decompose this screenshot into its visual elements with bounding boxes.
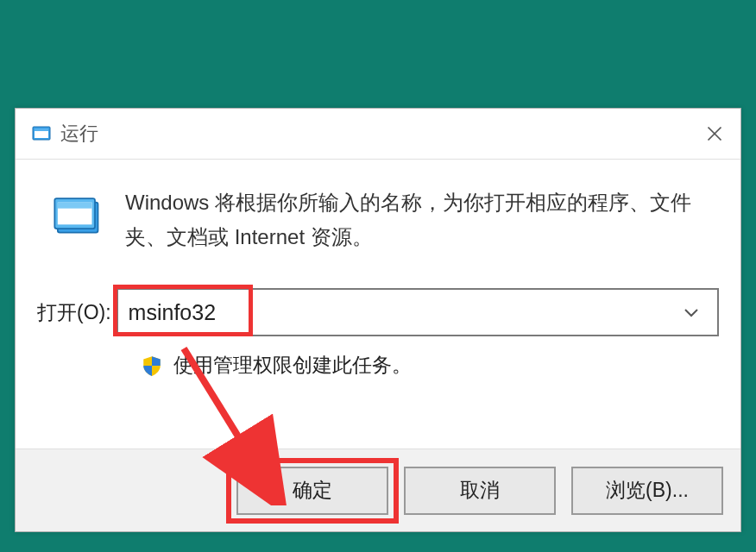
close-button[interactable]	[689, 109, 740, 159]
open-label: 打开(O):	[37, 299, 111, 326]
open-combobox[interactable]	[117, 288, 719, 336]
run-dialog: 运行 Windows 将根据你所输入的名称，为你打开相应的程序、文件夹、文档或 …	[15, 108, 741, 532]
dialog-body: Windows 将根据你所输入的名称，为你打开相应的程序、文件夹、文档或 Int…	[16, 160, 740, 379]
ok-button[interactable]: 确定	[236, 467, 388, 515]
svg-rect-2	[35, 129, 48, 131]
description-text: Windows 将根据你所输入的名称，为你打开相应的程序、文件夹、文档或 Int…	[125, 185, 719, 254]
dialog-title: 运行	[60, 121, 689, 147]
chevron-down-icon	[684, 307, 699, 317]
cancel-button[interactable]: 取消	[404, 467, 556, 515]
browse-button-label: 浏览(B)...	[606, 477, 689, 504]
run-dialog-icon	[31, 123, 52, 144]
combobox-dropdown-button[interactable]	[674, 290, 709, 335]
open-input[interactable]	[127, 299, 674, 326]
admin-text: 使用管理权限创建此任务。	[173, 352, 412, 379]
titlebar: 运行	[16, 109, 740, 160]
shield-icon	[141, 354, 163, 377]
description-row: Windows 将根据你所输入的名称，为你打开相应的程序、文件夹、文档或 Int…	[37, 185, 719, 254]
ok-button-label: 确定	[293, 477, 332, 504]
run-large-icon	[53, 192, 101, 241]
cancel-button-label: 取消	[460, 477, 500, 504]
admin-row: 使用管理权限创建此任务。	[141, 352, 719, 379]
button-bar: 确定 取消 浏览(B)...	[16, 448, 740, 531]
open-row: 打开(O):	[37, 288, 719, 336]
browse-button[interactable]: 浏览(B)...	[571, 467, 723, 515]
svg-rect-10	[58, 203, 92, 209]
close-icon	[706, 125, 723, 142]
